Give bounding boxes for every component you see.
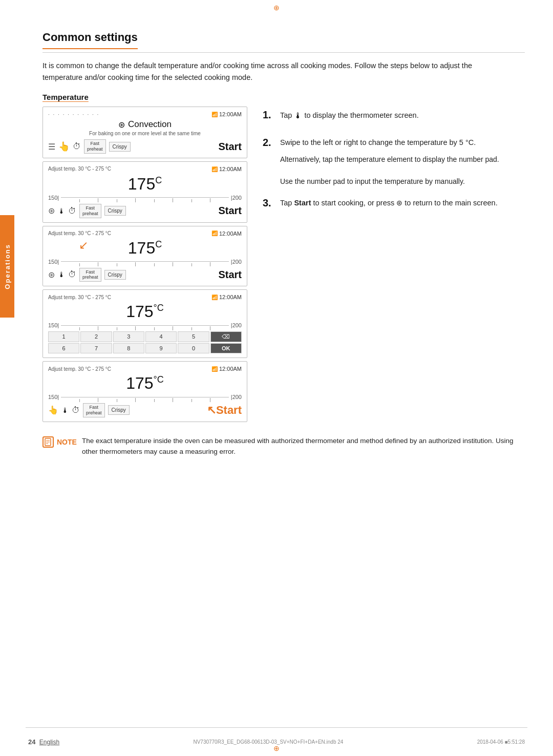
screen5-slider: 150| bbox=[48, 394, 242, 400]
wifi-icon-3: 📶 bbox=[211, 230, 218, 236]
clock-icon-2: ⏱ bbox=[68, 206, 76, 216]
screen2-header: Adjust temp. 30 °C - 275 °C 📶 12:00AM bbox=[48, 166, 242, 173]
numpad-4[interactable]: 4 bbox=[145, 331, 177, 342]
screen5-header: Adjust temp. 30 °C - 275 °C 📶 12:00AM bbox=[48, 366, 242, 372]
note-section: NOTE The exact temperature inside the ov… bbox=[42, 435, 525, 457]
screen-mockup-5: Adjust temp. 30 °C - 275 °C 📶 12:00AM 17… bbox=[42, 361, 247, 422]
numpad-6[interactable]: 6 bbox=[48, 343, 79, 353]
screen4-header: Adjust temp. 30 °C - 275 °C 📶 12:00AM bbox=[48, 294, 242, 300]
thermometer-icon-5: 🌡 bbox=[61, 406, 69, 414]
wifi-icon-1: 📶 bbox=[211, 112, 218, 117]
step-1-number: 1. bbox=[263, 109, 274, 121]
start-btn-5[interactable]: ↖Start bbox=[207, 404, 242, 417]
start-btn-3[interactable]: Start bbox=[218, 269, 242, 281]
thermometer-icon-3: 🌡 bbox=[58, 270, 65, 279]
numpad-1[interactable]: 1 bbox=[48, 331, 79, 342]
screen3-time: 📶 12:00AM bbox=[211, 230, 242, 237]
wifi-icon-4: 📶 bbox=[211, 295, 218, 300]
clock-icon-3: ⏱ bbox=[68, 270, 76, 279]
numpad-9[interactable]: 9 bbox=[145, 343, 177, 353]
numpad-2[interactable]: 2 bbox=[80, 331, 112, 342]
note-icon bbox=[42, 436, 54, 448]
hand-icon-5: 👆 bbox=[48, 405, 58, 415]
screen4-temp: 175°C bbox=[48, 302, 242, 321]
section-divider bbox=[42, 52, 525, 53]
screen2-temp: 175C bbox=[48, 175, 242, 194]
slider-line-5 bbox=[61, 397, 229, 397]
footer-file-info: NV730770R3_EE_DG68-00613D-03_SV+NO+FI+DA… bbox=[193, 739, 343, 745]
screen-mockup-3: Adjust temp. 30 °C - 275 °C 📶 12:00AM ↙ … bbox=[42, 226, 247, 287]
cross-mark-bottom: ⊕ bbox=[273, 745, 280, 752]
numpad-del[interactable]: ⌫ bbox=[210, 331, 242, 342]
left-column-screens: · · · · · · · · · · · 📶 12:00AM ⊛ Convec… bbox=[42, 107, 247, 425]
screen4-adjust-label: Adjust temp. 30 °C - 275 °C bbox=[48, 295, 111, 300]
step-2-numpad: Use the number pad to input the temperat… bbox=[280, 176, 525, 187]
right-column-steps: 1. Tap 🌡 to display the thermometer scre… bbox=[263, 107, 525, 223]
crispy-btn-3[interactable]: Crispy bbox=[104, 270, 126, 280]
step-2-number: 2. bbox=[263, 137, 274, 149]
crispy-btn-5[interactable]: Crispy bbox=[108, 405, 130, 415]
screen-mockup-2: Adjust temp. 30 °C - 275 °C 📶 12:00AM 17… bbox=[42, 161, 247, 223]
screen1-mode: ⊛ Convection bbox=[48, 119, 242, 130]
numpad-3[interactable]: 3 bbox=[113, 331, 144, 342]
fast-preheat-btn-3[interactable]: Fast preheat bbox=[79, 268, 101, 282]
numpad-8[interactable]: 8 bbox=[113, 343, 144, 353]
note-label: NOTE bbox=[57, 438, 77, 446]
menu-icon-1: ☰ bbox=[48, 142, 55, 152]
screen4-slider: 150| bbox=[48, 322, 242, 328]
convection-icon: ⊛ bbox=[118, 120, 125, 130]
wifi-icon-2: 📶 bbox=[211, 166, 218, 172]
screen5-time: 📶 12:00AM bbox=[211, 366, 242, 372]
screen1-subtitle: For baking on one or more level at the s… bbox=[48, 131, 242, 136]
two-column-layout: · · · · · · · · · · · 📶 12:00AM ⊛ Convec… bbox=[42, 107, 525, 425]
screen5-controls: 👆 🌡 ⏱ Fast preheat Crispy ↖Start bbox=[48, 403, 242, 417]
step-3-number: 3. bbox=[263, 197, 274, 209]
screen1-controls: ☰ 👆 ⏱ Fast preheat Crispy Start bbox=[48, 139, 242, 154]
screen4-time: 📶 12:00AM bbox=[211, 294, 242, 300]
start-btn-2[interactable]: Start bbox=[218, 205, 242, 217]
step-1: 1. Tap 🌡 to display the thermometer scre… bbox=[263, 109, 525, 122]
section-title: Common settings bbox=[42, 31, 138, 49]
numpad-5[interactable]: 5 bbox=[178, 331, 209, 342]
screen-mockup-1: · · · · · · · · · · · 📶 12:00AM ⊛ Convec… bbox=[42, 107, 247, 158]
crispy-btn-1[interactable]: Crispy bbox=[109, 142, 131, 152]
fast-preheat-btn-1[interactable]: Fast preheat bbox=[84, 139, 106, 154]
page-footer: 24 English NV730770R3_EE_DG68-00613D-03_… bbox=[28, 738, 525, 746]
language-label: English bbox=[39, 739, 59, 746]
screen5-adjust-label: Adjust temp. 30 °C - 275 °C bbox=[48, 366, 111, 372]
cross-mark-top: ⊕ bbox=[273, 4, 280, 11]
step-2: 2. Swipe to the left or right to change … bbox=[263, 137, 525, 149]
screen1-dots: · · · · · · · · · · · bbox=[48, 112, 99, 117]
home-icon-2: ⊛ bbox=[48, 206, 55, 216]
slider-line-2 bbox=[61, 197, 229, 198]
slider-line-4 bbox=[61, 325, 229, 326]
subsection-temperature: Temperature bbox=[42, 93, 525, 101]
numpad-ok[interactable]: OK bbox=[210, 343, 242, 353]
step-3-text: Tap Start to start cooking, or press ⊛ t… bbox=[280, 197, 498, 209]
screen-mockup-4: Adjust temp. 30 °C - 275 °C 📶 12:00AM 17… bbox=[42, 289, 247, 358]
step-1-text: Tap 🌡 to display the thermometer screen. bbox=[280, 109, 419, 122]
home-icon-3: ⊛ bbox=[48, 270, 55, 280]
thermometer-inline-icon: 🌡 bbox=[294, 111, 302, 120]
start-btn-1[interactable]: Start bbox=[218, 141, 242, 153]
fast-preheat-btn-5[interactable]: Fast preheat bbox=[83, 403, 105, 417]
hand-icon-1: 👆 bbox=[58, 141, 70, 152]
slider-line-3 bbox=[61, 261, 229, 262]
side-tab-operations: Operations bbox=[0, 215, 14, 318]
note-text: The exact temperature inside the oven ca… bbox=[82, 435, 525, 457]
crispy-btn-2[interactable]: Crispy bbox=[104, 206, 126, 216]
page-number: 24 English bbox=[28, 738, 59, 746]
fast-preheat-btn-2[interactable]: Fast preheat bbox=[79, 204, 101, 218]
main-content: Common settings It is common to change t… bbox=[14, 0, 553, 498]
screen3-controls: ⊛ 🌡 ⏱ Fast preheat Crispy Start bbox=[48, 268, 242, 282]
screen2-adjust-label: Adjust temp. 30 °C - 275 °C bbox=[48, 166, 111, 172]
home-inline-icon: ⊛ bbox=[396, 199, 402, 207]
section-description: It is common to change the default tempe… bbox=[42, 60, 488, 83]
wifi-icon-5: 📶 bbox=[211, 366, 218, 372]
screen2-controls: ⊛ 🌡 ⏱ Fast preheat Crispy Start bbox=[48, 204, 242, 218]
screen5-temp: 175°C bbox=[48, 374, 242, 393]
bottom-divider bbox=[26, 727, 527, 728]
numpad-grid: 1 2 3 4 5 ⌫ 6 7 8 9 0 OK bbox=[48, 331, 242, 353]
numpad-7[interactable]: 7 bbox=[80, 343, 112, 353]
numpad-0[interactable]: 0 bbox=[178, 343, 209, 353]
